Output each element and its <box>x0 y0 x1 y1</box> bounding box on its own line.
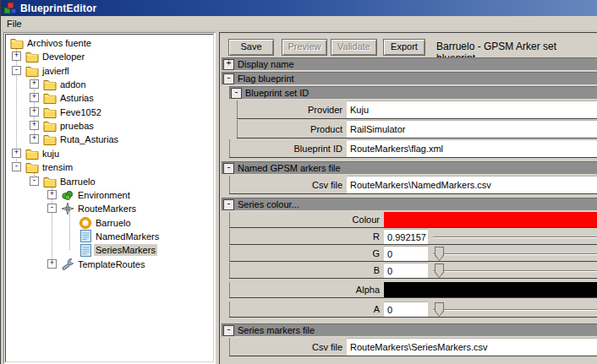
collapse-toggle-icon[interactable]: - <box>223 199 234 210</box>
tree-item-archivos-fuente[interactable]: Archivos fuente <box>6 36 213 50</box>
folder-icon <box>43 133 57 146</box>
tree-item-feve1052[interactable]: +Feve1052 <box>6 106 213 119</box>
tree-item-label: SeriesMarkers <box>94 244 157 256</box>
tree-item-asturias[interactable]: +Asturias <box>6 91 213 105</box>
collapse-toggle-icon[interactable]: - <box>223 325 234 336</box>
tree-item-barruelo[interactable]: Barruelo <box>6 216 213 230</box>
property-row-a: A0 <box>229 302 597 318</box>
section-header-series-colour[interactable]: -Series colour... <box>222 198 597 211</box>
slider-thumb[interactable] <box>435 247 444 261</box>
alpha-swatch[interactable] <box>384 282 597 297</box>
folder-icon <box>43 106 57 119</box>
app-window: BlueprintEditor File Archivos fuente+Dev… <box>0 0 597 364</box>
tree-item-kuju[interactable]: +kuju <box>6 147 213 160</box>
property-row-blueprint-id: Blueprint IDRouteMarkers\flag.xml <box>229 139 597 158</box>
expand-toggle-icon[interactable]: + <box>47 259 57 269</box>
menu-item-file[interactable]: File <box>1 18 28 30</box>
tree-item-routemarkers[interactable]: -RouteMarkers <box>6 202 213 215</box>
section-header-label: Series markers file <box>238 325 315 335</box>
r-slider[interactable] <box>433 229 597 244</box>
a-slider[interactable] <box>433 302 597 317</box>
tree-item-developer[interactable]: +Developer <box>6 50 213 63</box>
property-label: A <box>229 302 384 317</box>
blueprint-id-value-field[interactable]: RouteMarkers\flag.xml <box>347 139 597 157</box>
csv-file-value-field[interactable]: RouteMarkers\NamedMarkers.csv <box>347 176 597 193</box>
tree-item-environment[interactable]: +Environment <box>6 188 213 202</box>
preview-button: Preview <box>282 39 327 56</box>
tree-item-trensim[interactable]: -trensim <box>6 160 213 174</box>
property-row-r: R0.992157 <box>229 229 597 245</box>
blocks-app-icon <box>3 2 17 15</box>
slider-thumb[interactable] <box>435 263 444 278</box>
provider-value-field[interactable]: Kuju <box>347 101 597 118</box>
blueprint-editor-panel: SavePreviewValidateExport Barruelo - GPS… <box>219 32 597 364</box>
collapse-toggle-icon[interactable]: - <box>223 73 234 84</box>
tree-item-label: pruebas <box>58 120 96 132</box>
slider-thumb[interactable] <box>435 302 444 317</box>
folder-icon <box>43 91 57 105</box>
expand-toggle-icon[interactable]: + <box>223 59 234 70</box>
collapse-toggle-icon[interactable]: - <box>223 163 234 174</box>
expand-toggle-icon[interactable]: + <box>12 149 21 158</box>
slider-track[interactable] <box>433 270 597 272</box>
slider-thumb-face <box>435 264 443 277</box>
tree-item-label: kuju <box>41 148 61 160</box>
tree-item-label: TemplateRoutes <box>76 258 147 270</box>
collapse-toggle-icon[interactable]: - <box>30 177 39 186</box>
g-slider[interactable] <box>433 246 597 261</box>
tree-item-barruelo[interactable]: -Barruelo <box>6 175 213 188</box>
r-value-field[interactable]: 0.992157 <box>384 229 428 244</box>
collapse-toggle-icon[interactable]: - <box>12 66 21 75</box>
tree-item-seriesmarkers[interactable]: SeriesMarkers <box>6 243 213 257</box>
b-slider[interactable] <box>433 263 597 278</box>
b-value-field[interactable]: 0 <box>384 263 428 278</box>
tree-item-ruta-asturias[interactable]: +Ruta_Asturias <box>6 133 213 146</box>
csv-document-icon <box>79 243 92 257</box>
section-header-series-markers-file[interactable]: -Series markers file <box>222 323 597 337</box>
window-title: BlueprintEditor <box>20 3 96 14</box>
section-header-blueprint-set-id[interactable]: -Blueprint set ID <box>229 86 597 100</box>
slider-track[interactable] <box>433 253 597 255</box>
expand-toggle-icon[interactable]: + <box>30 134 39 144</box>
collapse-toggle-icon[interactable]: - <box>47 204 57 213</box>
tree-item-label: RouteMarkers <box>76 203 138 215</box>
expand-toggle-icon[interactable]: + <box>12 52 21 61</box>
expand-toggle-icon[interactable]: + <box>30 107 39 117</box>
property-label: Colour <box>229 212 384 227</box>
slider-track[interactable] <box>433 309 597 311</box>
tree-item-namedmarkers[interactable]: NamedMarkers <box>6 230 213 243</box>
folder-icon <box>43 175 57 188</box>
tree-item-javierfl[interactable]: -javierfl <box>6 64 213 78</box>
colour-swatch[interactable] <box>384 212 597 227</box>
expand-toggle-icon[interactable]: + <box>30 93 39 102</box>
expand-toggle-icon[interactable]: + <box>30 79 39 89</box>
slider-thumb-face <box>435 247 443 260</box>
section-header-label: Blueprint set ID <box>245 88 309 98</box>
tree-item-label: Barruelo <box>94 217 133 229</box>
product-value-field[interactable]: RailSimulator <box>347 120 597 138</box>
title-bar[interactable]: BlueprintEditor <box>1 0 597 16</box>
tree-item-pruebas[interactable]: +pruebas <box>6 119 213 133</box>
section-header-named-gpsm-arkers-file[interactable]: -Named GPSM arkers file <box>222 161 597 175</box>
tree-item-addon[interactable]: +addon <box>6 78 213 91</box>
collapse-toggle-icon[interactable]: - <box>12 162 21 171</box>
folder-icon <box>25 147 39 160</box>
section-header-flag-blueprint[interactable]: -Flag blueprint <box>222 72 597 85</box>
save-button[interactable]: Save <box>228 39 274 56</box>
folder-icon <box>25 160 39 174</box>
collapse-toggle-icon[interactable]: - <box>231 88 242 99</box>
slider-track[interactable] <box>433 236 597 238</box>
validate-button: Validate <box>331 39 377 56</box>
section-header-display-name[interactable]: +Display name <box>222 57 597 71</box>
g-value-field[interactable]: 0 <box>384 246 428 261</box>
csv-file-value-field[interactable]: RouteMarkers\SeriesMarkers.csv <box>347 338 597 356</box>
tree-item-templateroutes[interactable]: +TemplateRoutes <box>6 258 213 271</box>
file-tree: Archivos fuente+Developer-javierfl+addon… <box>5 34 214 362</box>
property-row-b: B0 <box>229 263 597 279</box>
section-header-label: Series colour... <box>238 199 299 209</box>
wrench-icon <box>61 258 74 271</box>
expand-toggle-icon[interactable]: + <box>47 190 57 199</box>
expand-toggle-icon[interactable]: + <box>30 121 39 130</box>
a-value-field[interactable]: 0 <box>384 302 428 317</box>
export-button[interactable]: Export <box>383 39 425 56</box>
